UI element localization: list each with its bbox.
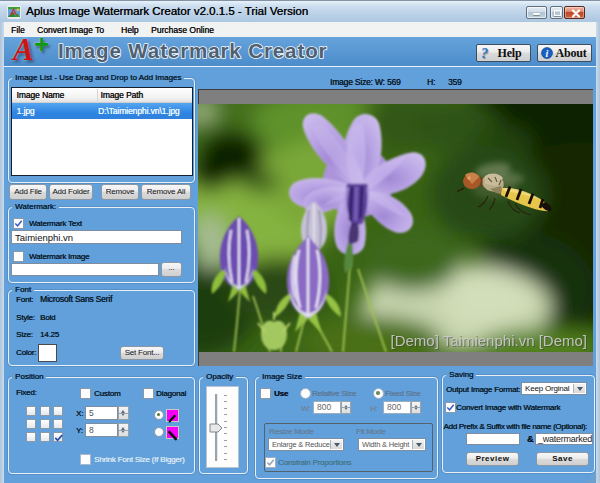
- svg-text:i: i: [546, 48, 549, 59]
- svg-text:[Demo] Taimienphi.vn [Demo]: [Demo] Taimienphi.vn [Demo]: [391, 332, 587, 349]
- svg-text:Image Watermark Creator: Image Watermark Creator: [58, 39, 327, 62]
